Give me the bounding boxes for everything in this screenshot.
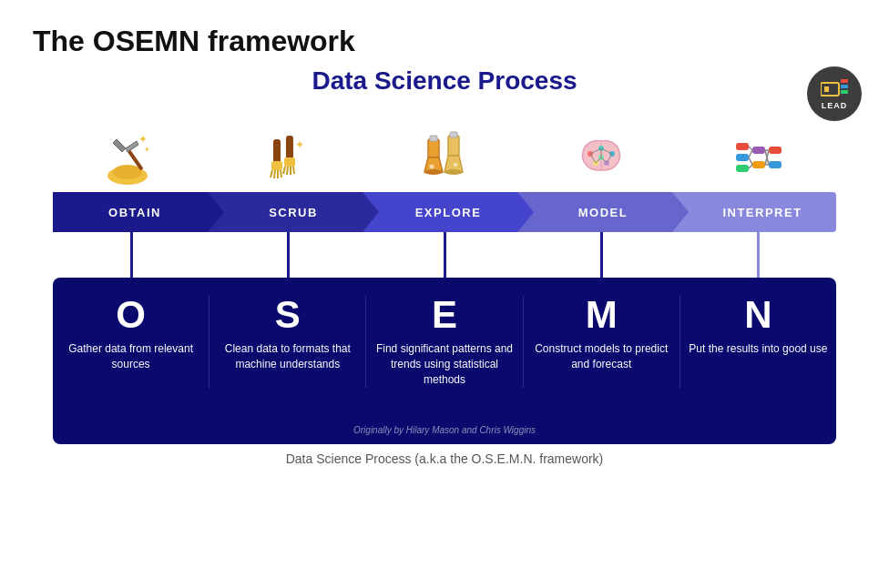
svg-text:✦: ✦ <box>295 138 304 151</box>
connector-obtain <box>53 232 209 278</box>
lead-logo-text: LEAD <box>822 101 848 110</box>
model-icon-cell <box>523 110 680 192</box>
svg-rect-26 <box>448 136 459 156</box>
scrub-icon-cell: ✦ <box>209 110 366 192</box>
arrow-scrub: SCRUB <box>208 192 363 232</box>
desc-s: Clean data to formats that machine under… <box>217 341 358 372</box>
svg-rect-0 <box>821 83 839 96</box>
letter-m: M <box>586 296 618 334</box>
content-area: LEAD Data Science Process <box>0 57 889 588</box>
connector-interpret <box>680 232 836 278</box>
svg-rect-46 <box>736 154 749 161</box>
svg-line-21 <box>293 167 294 174</box>
arrow-row: OBTAIN SCRUB EXPLORE MODEL INTERPRET <box>53 192 836 232</box>
svg-rect-3 <box>841 85 848 88</box>
connector-model <box>523 232 680 278</box>
svg-rect-2 <box>841 79 848 83</box>
svg-rect-1 <box>824 86 829 92</box>
svg-rect-16 <box>286 136 293 161</box>
connector-line-obtain <box>130 232 133 278</box>
connector-scrub <box>209 232 366 278</box>
svg-line-18 <box>283 167 285 174</box>
svg-rect-27 <box>450 132 457 137</box>
svg-line-15 <box>281 170 281 177</box>
bottom-cell-m: M Construct models to predict and foreca… <box>524 296 680 387</box>
arrow-obtain: OBTAIN <box>53 192 208 232</box>
svg-point-29 <box>430 165 434 169</box>
connector-line-model <box>600 232 603 278</box>
connector-line-interpret <box>757 232 760 278</box>
lead-logo: LEAD <box>807 66 862 121</box>
letter-o: O <box>116 296 146 334</box>
model-icon <box>568 123 634 188</box>
diagram-title: Data Science Process <box>312 66 577 96</box>
obtain-icon-cell: ✦ ✦ <box>53 110 209 192</box>
desc-m: Construct models to predict and forecast <box>531 341 672 372</box>
arrow-explore: EXPLORE <box>363 192 517 232</box>
svg-point-30 <box>454 163 457 167</box>
arrow-interpret: INTERPRET <box>672 192 836 232</box>
lead-logo-icon <box>820 78 849 100</box>
connector-line-explore <box>444 232 446 278</box>
svg-line-52 <box>749 147 752 150</box>
svg-line-54 <box>749 165 752 168</box>
main-title: The OSEMN framework <box>0 0 889 57</box>
svg-point-28 <box>444 169 463 175</box>
letter-e: E <box>432 296 457 334</box>
arrow-model: MODEL <box>517 192 672 232</box>
page-wrapper: The OSEMN framework LEAD Data Science Pr… <box>0 0 889 588</box>
letter-s: S <box>275 296 301 334</box>
svg-point-25 <box>424 169 443 175</box>
bottom-cell-n: N Put the results into good use <box>680 296 836 387</box>
svg-line-53 <box>749 150 752 157</box>
lead-logo-inner: LEAD <box>820 78 849 110</box>
svg-rect-48 <box>752 147 765 154</box>
bottom-cell-s: S Clean data to formats that machine und… <box>209 296 366 387</box>
connector-explore <box>366 232 523 278</box>
bottom-cell-o: O Gather data from relevant sources <box>53 296 209 387</box>
arrow-model-label: MODEL <box>578 206 628 219</box>
svg-rect-51 <box>769 161 782 168</box>
desc-e: Find significant patterns and trends usi… <box>373 341 515 387</box>
connector-row <box>53 232 836 278</box>
interpret-icon <box>725 123 791 188</box>
desc-n: Put the results into good use <box>689 341 827 357</box>
svg-rect-49 <box>752 161 765 168</box>
scrub-icon: ✦ <box>255 123 321 188</box>
svg-line-13 <box>274 170 275 178</box>
explore-icon-cell <box>366 110 523 192</box>
bottom-panel: O Gather data from relevant sources S Cl… <box>53 278 836 414</box>
arrow-scrub-label: SCRUB <box>269 206 318 219</box>
svg-rect-4 <box>841 90 848 94</box>
svg-rect-45 <box>736 143 749 150</box>
arrow-explore-label: EXPLORE <box>415 206 482 219</box>
svg-line-12 <box>271 170 272 177</box>
diagram-section: ✦ ✦ <box>27 110 862 443</box>
svg-rect-10 <box>273 139 281 165</box>
attribution-text: Originally by Hilary Mason and Chris Wig… <box>353 425 536 435</box>
svg-rect-11 <box>271 161 282 170</box>
connector-line-scrub <box>287 232 290 278</box>
svg-rect-47 <box>736 165 749 172</box>
letter-n: N <box>744 296 771 334</box>
svg-text:✦: ✦ <box>138 133 148 146</box>
explore-icon <box>412 123 477 188</box>
svg-point-6 <box>113 165 142 179</box>
interpret-icon-cell <box>680 110 836 192</box>
bottom-cell-e: E Find significant patterns and trends u… <box>366 296 523 387</box>
caption: Data Science Process (a.k.a the O.S.E.M.… <box>286 451 604 466</box>
arrow-interpret-label: INTERPRET <box>722 206 802 219</box>
obtain-icon: ✦ ✦ <box>98 123 164 188</box>
arrow-obtain-label: OBTAIN <box>108 206 161 219</box>
svg-rect-17 <box>284 157 295 167</box>
svg-rect-24 <box>430 136 437 141</box>
attribution-bar: Originally by Hilary Mason and Chris Wig… <box>53 415 836 444</box>
svg-line-55 <box>749 157 752 165</box>
svg-text:✦: ✦ <box>144 146 150 154</box>
svg-rect-23 <box>428 139 439 157</box>
svg-rect-50 <box>769 147 782 154</box>
icons-row: ✦ ✦ <box>53 110 836 192</box>
svg-line-19 <box>287 167 288 175</box>
desc-o: Gather data from relevant sources <box>60 341 201 372</box>
